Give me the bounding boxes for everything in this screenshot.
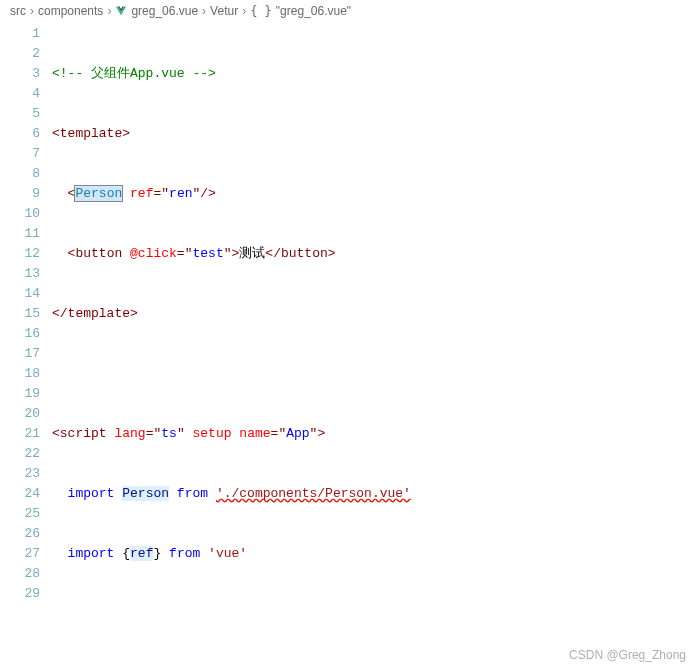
- code-line[interactable]: [52, 604, 696, 624]
- line-number: 13: [0, 264, 40, 284]
- line-number: 25: [0, 504, 40, 524]
- code-line[interactable]: </template>: [52, 304, 696, 324]
- code-line[interactable]: import Person from './components/Person.…: [52, 484, 696, 504]
- line-number: 24: [0, 484, 40, 504]
- chevron-right-icon: ›: [107, 4, 111, 18]
- breadcrumb-seg-symbol[interactable]: "greg_06.vue": [276, 4, 351, 18]
- code-line[interactable]: <button @click="test">测试</button>: [52, 244, 696, 264]
- line-number: 29: [0, 584, 40, 604]
- error-squiggle: './components/Person.vue': [216, 486, 411, 501]
- line-number: 26: [0, 524, 40, 544]
- chevron-right-icon: ›: [202, 4, 206, 18]
- breadcrumb: src › components › greg_06.vue › Vetur ›…: [0, 0, 696, 22]
- vue-icon: [115, 5, 127, 17]
- line-number: 8: [0, 164, 40, 184]
- code-editor[interactable]: 1234567891011121314151617181920212223242…: [0, 22, 696, 668]
- line-number: 9: [0, 184, 40, 204]
- chevron-right-icon: ›: [30, 4, 34, 18]
- breadcrumb-seg-vetur[interactable]: Vetur: [210, 4, 238, 18]
- line-number: 17: [0, 344, 40, 364]
- line-gutter: 1234567891011121314151617181920212223242…: [0, 24, 52, 668]
- code-line[interactable]: import {ref} from 'vue': [52, 544, 696, 564]
- line-number: 2: [0, 44, 40, 64]
- line-number: 21: [0, 424, 40, 444]
- line-number: 16: [0, 324, 40, 344]
- line-number: 22: [0, 444, 40, 464]
- chevron-right-icon: ›: [242, 4, 246, 18]
- line-number: 20: [0, 404, 40, 424]
- braces-icon: { }: [250, 4, 272, 18]
- breadcrumb-seg-components[interactable]: components: [38, 4, 103, 18]
- line-number: 28: [0, 564, 40, 584]
- selection-highlight: Person: [74, 185, 123, 202]
- line-number: 10: [0, 204, 40, 224]
- code-content[interactable]: <!-- 父组件App.vue --> <template> <Person r…: [52, 24, 696, 668]
- line-number: 1: [0, 24, 40, 44]
- line-number: 4: [0, 84, 40, 104]
- line-number: 19: [0, 384, 40, 404]
- line-number: 27: [0, 544, 40, 564]
- line-number: 18: [0, 364, 40, 384]
- code-line[interactable]: <Person ref="ren"/>: [52, 184, 696, 204]
- code-line[interactable]: <!-- 父组件App.vue -->: [52, 64, 696, 84]
- code-line[interactable]: <script lang="ts" setup name="App">: [52, 424, 696, 444]
- line-number: 3: [0, 64, 40, 84]
- line-number: 5: [0, 104, 40, 124]
- code-line[interactable]: <template>: [52, 124, 696, 144]
- breadcrumb-seg-file[interactable]: greg_06.vue: [131, 4, 198, 18]
- line-number: 15: [0, 304, 40, 324]
- line-number: 23: [0, 464, 40, 484]
- line-number: 14: [0, 284, 40, 304]
- line-number: 12: [0, 244, 40, 264]
- code-line[interactable]: let ren = ref(): [52, 664, 696, 668]
- line-number: 11: [0, 224, 40, 244]
- line-number: 6: [0, 124, 40, 144]
- code-line[interactable]: [52, 364, 696, 384]
- line-number: 7: [0, 144, 40, 164]
- breadcrumb-seg-src[interactable]: src: [10, 4, 26, 18]
- watermark: CSDN @Greg_Zhong: [569, 648, 686, 662]
